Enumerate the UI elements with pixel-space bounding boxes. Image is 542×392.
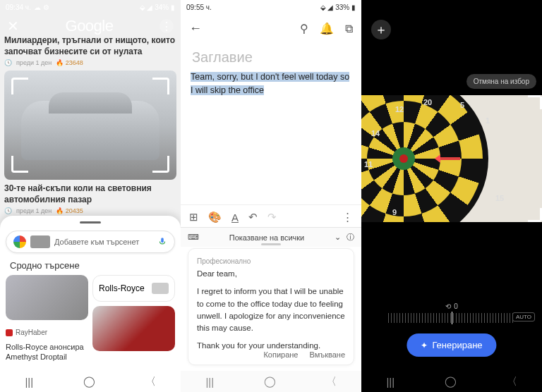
more-icon[interactable]: ⋮: [159, 19, 174, 33]
google-icon: [13, 235, 26, 248]
article-card: 30-те най-скъпи коли на световния автомо…: [4, 183, 176, 214]
redo-icon[interactable]: ↷: [267, 211, 277, 223]
back-button[interactable]: 〈: [326, 375, 337, 388]
info-icon[interactable]: ⓘ: [347, 232, 354, 243]
clock-icon: 🕓: [4, 59, 12, 66]
text-format-icon[interactable]: A: [231, 212, 239, 223]
insert-button[interactable]: Вмъкване: [310, 349, 346, 361]
search-input[interactable]: Добавете към търсенет: [6, 231, 175, 253]
crop-handle-icon[interactable]: [528, 220, 541, 222]
section-title: Сродно търсене: [10, 260, 175, 271]
related-chip[interactable]: Rolls-Royce: [92, 275, 175, 302]
crop-handle-icon[interactable]: [528, 95, 541, 97]
suggestion-style: Професионално: [197, 256, 345, 267]
crop-corner-icon[interactable]: [152, 78, 169, 94]
image-canvas[interactable]: 20 5 12 14 11 9 1 15: [361, 95, 542, 222]
auto-button[interactable]: AUTO: [512, 312, 535, 321]
android-navbar: ||| ◯ 〈: [181, 371, 361, 392]
add-button[interactable]: ＋: [371, 20, 391, 39]
keyboard-icon[interactable]: ⌨: [188, 233, 199, 242]
back-button[interactable]: 〈: [507, 375, 517, 388]
crop-corner-icon[interactable]: [11, 156, 28, 173]
google-logo: Google: [66, 17, 114, 35]
more-icon[interactable]: ⋮: [342, 211, 353, 223]
rotate-icon: ⟲: [445, 302, 451, 310]
suggestion-card[interactable]: Професионално Dear team, I regret to inf…: [188, 248, 354, 365]
archive-icon[interactable]: ⧉: [345, 23, 353, 35]
result-title[interactable]: Rolls-Royce анонсира Amethyst Droptail: [6, 342, 88, 362]
generate-button[interactable]: ✦ Генериране: [406, 333, 496, 357]
article-card: Милиардери, тръгнали от нищото, които за…: [4, 35, 176, 66]
thumbnail-icon: [30, 235, 50, 248]
recents-button[interactable]: |||: [25, 376, 33, 388]
reminder-icon[interactable]: 🔔: [320, 22, 334, 35]
dart-icon: [439, 157, 460, 160]
status-bar: 09:34 ч.☁ ⚙ ⬙ ◢ 34% ▮: [0, 0, 181, 14]
status-bar: 09:55 ч. ⬙ ◢ 33% ▮: [181, 0, 361, 14]
recents-button[interactable]: |||: [386, 376, 395, 388]
mic-icon[interactable]: [157, 237, 167, 247]
android-navbar: ||| ◯ 〈: [0, 371, 181, 392]
home-button[interactable]: ◯: [264, 375, 276, 388]
crop-corner-icon[interactable]: [11, 78, 28, 94]
favicon-icon: [6, 329, 13, 336]
close-button[interactable]: ✕: [7, 18, 19, 35]
headline: Милиардери, тръгнали от нищото, които за…: [4, 35, 176, 57]
pin-icon[interactable]: ⚲: [300, 22, 308, 35]
crop-corner-icon[interactable]: [152, 156, 169, 173]
clock-icon: 🕓: [4, 207, 12, 214]
sparkle-icon: ✦: [421, 341, 428, 350]
note-body[interactable]: Team, sorry, but I don't feel well today…: [191, 71, 351, 97]
back-button[interactable]: ←: [189, 21, 202, 36]
home-button[interactable]: ◯: [445, 375, 457, 388]
lens-viewfinder[interactable]: [4, 71, 176, 180]
add-icon[interactable]: ⊞: [189, 211, 198, 223]
source-label: RayHaber: [6, 329, 88, 336]
undo-icon[interactable]: ↶: [248, 211, 258, 223]
results-sheet[interactable]: Добавете към търсенет Сродно търсене Ray…: [0, 216, 181, 392]
slider-ticks[interactable]: [388, 313, 515, 323]
show-all-button[interactable]: Показване на всички: [205, 233, 329, 242]
palette-icon[interactable]: 🎨: [208, 211, 222, 223]
result-image[interactable]: [92, 306, 175, 351]
android-navbar: ||| ◯ 〈: [361, 371, 542, 392]
copy-button[interactable]: Копиране: [263, 349, 298, 361]
result-image[interactable]: [6, 275, 88, 320]
title-input[interactable]: Заглавие: [192, 49, 253, 66]
back-button[interactable]: 〈: [145, 375, 156, 388]
home-button[interactable]: ◯: [83, 375, 95, 388]
recents-button[interactable]: |||: [205, 376, 214, 388]
drag-handle-icon[interactable]: [80, 221, 101, 223]
undo-selection-chip[interactable]: Отмяна на избор: [466, 74, 536, 89]
thumbnail-icon: [152, 283, 169, 294]
drag-handle-icon[interactable]: [261, 243, 281, 245]
format-toolbar: ⊞ 🎨 A ↶ ↷ ⋮: [181, 204, 361, 229]
chevron-down-icon[interactable]: ⌄: [335, 233, 341, 242]
headline: 30-те най-скъпи коли на световния автомо…: [4, 183, 176, 205]
